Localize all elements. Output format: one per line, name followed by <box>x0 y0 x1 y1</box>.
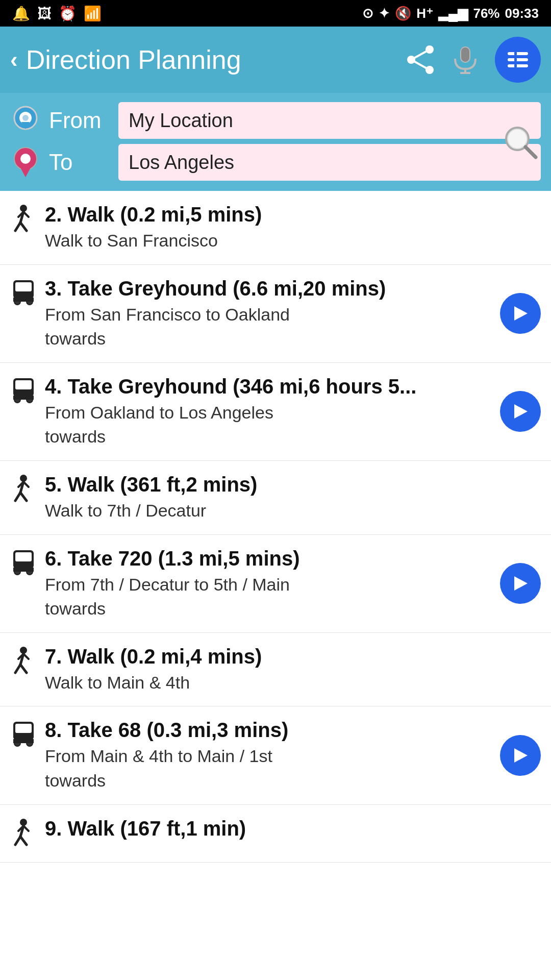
svg-line-24 <box>525 147 536 157</box>
svg-line-57 <box>15 665 20 673</box>
direction-title-5: 5. Walk (361 ft,2 mins) <box>45 472 541 497</box>
walk-icon-2 <box>10 204 37 237</box>
svg-rect-10 <box>508 58 528 61</box>
direction-content-9: 9. Walk (167 ft,1 min) <box>45 816 541 841</box>
svg-rect-50 <box>15 552 32 561</box>
svg-line-28 <box>20 223 27 231</box>
svg-rect-62 <box>15 724 32 733</box>
direction-item-4[interactable]: 4. Take Greyhound (346 mi,6 hours 5... F… <box>0 363 551 461</box>
direction-item-3[interactable]: 3. Take Greyhound (6.6 mi,20 mins) From … <box>0 265 551 363</box>
mute-icon: 🔇 <box>395 6 411 21</box>
svg-line-59 <box>23 654 29 659</box>
back-button[interactable]: ‹ <box>10 47 18 72</box>
direction-title-9: 9. Walk (167 ft,1 min) <box>45 816 541 841</box>
svg-marker-66 <box>514 748 528 763</box>
mic-button[interactable] <box>450 44 481 75</box>
image-icon: 🖼 <box>37 5 52 22</box>
direction-item-8[interactable]: 8. Take 68 (0.3 mi,3 mins) From Main & 4… <box>0 706 551 804</box>
svg-rect-35 <box>13 298 34 302</box>
direction-title-7: 7. Walk (0.2 mi,4 mins) <box>45 644 541 669</box>
bluetooth-icon: ✦ <box>379 6 390 21</box>
to-pin-icon <box>10 147 41 178</box>
svg-line-71 <box>23 826 29 831</box>
svg-line-45 <box>15 493 20 501</box>
to-input[interactable] <box>118 144 541 181</box>
alarm-icon: 🔔 <box>12 5 30 22</box>
walk-icon-9 <box>10 818 37 851</box>
app-bar: ‹ Direction Planning <box>0 27 551 93</box>
bus-icon-4 <box>10 376 37 405</box>
svg-point-17 <box>22 115 29 121</box>
svg-rect-65 <box>13 739 34 743</box>
wifi-icon: 📶 <box>84 5 102 22</box>
direction-content-8: 8. Take 68 (0.3 mi,3 mins) From Main & 4… <box>45 718 541 793</box>
menu-button[interactable] <box>495 37 541 83</box>
svg-line-46 <box>20 493 27 501</box>
direction-content-3: 3. Take Greyhound (6.6 mi,20 mins) From … <box>45 276 541 351</box>
to-label: To <box>49 150 110 175</box>
svg-line-47 <box>23 482 29 487</box>
direction-item-6[interactable]: 6. Take 720 (1.3 mi,5 mins) From 7th / D… <box>0 535 551 633</box>
direction-title-6: 6. Take 720 (1.3 mi,5 mins) <box>45 546 541 571</box>
direction-item-9: 9. Walk (167 ft,1 min) <box>0 805 551 863</box>
walk-icon-7 <box>10 646 37 679</box>
walk-icon-5 <box>10 474 37 507</box>
menu-icon <box>505 47 531 72</box>
svg-rect-13 <box>514 58 517 61</box>
svg-rect-41 <box>13 396 34 400</box>
svg-rect-38 <box>15 380 32 389</box>
svg-rect-12 <box>514 52 517 55</box>
share-button[interactable] <box>405 44 436 75</box>
signal-icon: ▂▄▆ <box>438 6 468 21</box>
bus-icon-6 <box>10 548 37 577</box>
bus-icon-3 <box>10 278 37 307</box>
direction-subtitle-3: From San Francisco to Oaklandtowards <box>45 303 541 351</box>
svg-line-3 <box>411 50 430 60</box>
svg-marker-42 <box>514 404 528 419</box>
directions-list: 2. Walk (0.2 mi,5 mins) Walk to San Fran… <box>0 191 551 863</box>
battery-text: 76% <box>473 6 499 21</box>
svg-rect-32 <box>15 282 32 291</box>
svg-marker-36 <box>514 306 528 321</box>
app-bar-actions <box>405 37 541 83</box>
direction-item-5: 5. Walk (361 ft,2 mins) Walk to 7th / De… <box>0 461 551 535</box>
svg-point-23 <box>508 130 527 148</box>
direction-content-2: 2. Walk (0.2 mi,5 mins) Walk to San Fran… <box>45 202 541 253</box>
direction-subtitle-8: From Main & 4th to Main / 1sttowards <box>45 744 541 793</box>
direction-arrow-3[interactable] <box>500 293 541 334</box>
from-row: From <box>10 102 541 139</box>
mic-icon <box>450 44 481 75</box>
from-input[interactable] <box>118 102 541 139</box>
to-row: To <box>10 144 541 181</box>
direction-subtitle-7: Walk to Main & 4th <box>45 671 541 695</box>
direction-subtitle-2: Walk to San Francisco <box>45 229 541 253</box>
svg-rect-9 <box>508 52 528 55</box>
from-label: From <box>49 108 110 133</box>
svg-line-69 <box>15 837 20 845</box>
time-text: 09:33 <box>505 6 539 21</box>
share-icon <box>405 44 436 75</box>
search-button[interactable] <box>500 121 541 162</box>
direction-item-2: 2. Walk (0.2 mi,5 mins) Walk to San Fran… <box>0 191 551 265</box>
svg-marker-54 <box>514 576 528 591</box>
search-icon <box>500 121 541 162</box>
alarm2-icon: ⏰ <box>59 5 77 22</box>
direction-title-2: 2. Walk (0.2 mi,5 mins) <box>45 202 541 227</box>
direction-title-4: 4. Take Greyhound (346 mi,6 hours 5... <box>45 374 541 399</box>
direction-arrow-6[interactable] <box>500 563 541 604</box>
svg-point-20 <box>20 154 31 164</box>
page-title: Direction Planning <box>26 44 397 75</box>
location-icon: ⊙ <box>362 6 373 21</box>
svg-line-70 <box>20 837 27 845</box>
bus-icon-8 <box>10 720 37 748</box>
status-bar: 🔔 🖼 ⏰ 📶 ⊙ ✦ 🔇 H⁺ ▂▄▆ 76% 09:33 <box>0 0 551 27</box>
direction-arrow-4[interactable] <box>500 391 541 432</box>
from-pin-icon <box>10 105 41 136</box>
svg-line-27 <box>15 223 20 231</box>
direction-arrow-8[interactable] <box>500 735 541 776</box>
network-icon: H⁺ <box>416 6 433 21</box>
svg-line-4 <box>411 60 430 70</box>
status-left-icons: 🔔 🖼 ⏰ 📶 <box>12 5 102 22</box>
svg-marker-21 <box>19 166 32 177</box>
svg-rect-14 <box>514 64 517 67</box>
